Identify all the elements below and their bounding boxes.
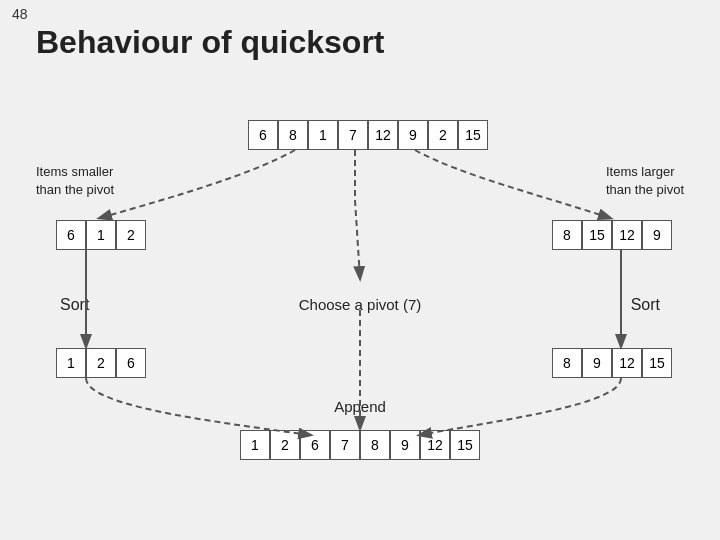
final-array-cell: 15 xyxy=(450,430,480,460)
sorted-left-cell: 2 xyxy=(86,348,116,378)
final-array-cell: 6 xyxy=(300,430,330,460)
right-array-cell: 9 xyxy=(642,220,672,250)
top-array-cell: 8 xyxy=(278,120,308,150)
top-array: 6817129215 xyxy=(248,120,488,150)
label-smaller: Items smallerthan the pivot xyxy=(36,163,114,199)
sorted-right-cell: 15 xyxy=(642,348,672,378)
left-array-cell: 2 xyxy=(116,220,146,250)
top-array-cell: 6 xyxy=(248,120,278,150)
sorted-right-array: 891215 xyxy=(552,348,672,378)
top-array-cell: 1 xyxy=(308,120,338,150)
top-array-cell: 9 xyxy=(398,120,428,150)
final-array-cell: 12 xyxy=(420,430,450,460)
final-array: 1267891215 xyxy=(240,430,480,460)
right-sub-array: 815129 xyxy=(552,220,672,250)
right-array-cell: 12 xyxy=(612,220,642,250)
slide-number: 48 xyxy=(12,6,28,22)
final-array-cell: 9 xyxy=(390,430,420,460)
append-label: Append xyxy=(334,398,386,415)
label-larger: Items largerthan the pivot xyxy=(606,163,684,199)
sorted-right-cell: 9 xyxy=(582,348,612,378)
top-array-cell: 7 xyxy=(338,120,368,150)
sorted-right-cell: 8 xyxy=(552,348,582,378)
top-array-cell: 12 xyxy=(368,120,398,150)
final-array-cell: 8 xyxy=(360,430,390,460)
sorted-left-array: 126 xyxy=(56,348,146,378)
final-array-cell: 2 xyxy=(270,430,300,460)
sorted-right-cell: 12 xyxy=(612,348,642,378)
left-sub-array: 612 xyxy=(56,220,146,250)
left-array-cell: 1 xyxy=(86,220,116,250)
final-array-cell: 1 xyxy=(240,430,270,460)
right-array-cell: 15 xyxy=(582,220,612,250)
top-array-cell: 2 xyxy=(428,120,458,150)
page-title: Behaviour of quicksort xyxy=(36,24,385,61)
final-array-cell: 7 xyxy=(330,430,360,460)
sorted-left-cell: 1 xyxy=(56,348,86,378)
right-array-cell: 8 xyxy=(552,220,582,250)
left-array-cell: 6 xyxy=(56,220,86,250)
sorted-left-cell: 6 xyxy=(116,348,146,378)
sort-right-label: Sort xyxy=(631,296,660,314)
sort-left-label: Sort xyxy=(60,296,89,314)
choose-pivot-label: Choose a pivot (7) xyxy=(299,296,422,313)
top-array-cell: 15 xyxy=(458,120,488,150)
